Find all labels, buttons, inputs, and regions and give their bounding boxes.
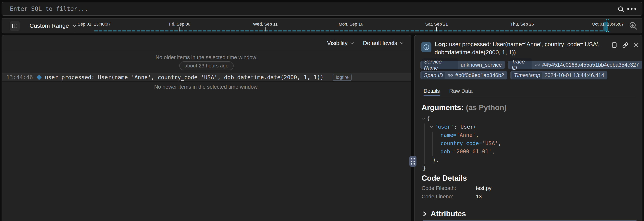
link-icon [448, 73, 453, 78]
no-older-items-text: No older items in the selected time wind… [2, 54, 411, 61]
split-view-icon[interactable] [611, 42, 618, 48]
panel-resize-handle[interactable] [410, 156, 416, 167]
sql-filter-field[interactable] [2, 2, 642, 16]
timeline-track[interactable]: Sep 01, 13:40:07 Fri, Sep 06 Wed, Sep 11… [2, 18, 642, 33]
badge-value: 2024-10-01 13:44:46.414 [544, 72, 604, 78]
visibility-dropdown[interactable]: Visibility [327, 40, 354, 46]
tick-label: Fri, Sep 06 [169, 22, 190, 27]
log-title-text: user processed: User(name='Anne', countr… [434, 41, 600, 55]
tree-chevron-icon[interactable] [430, 125, 434, 129]
default-levels-dropdown[interactable]: Default levels [363, 40, 404, 46]
timeline-panel: Custom Range Sep 01, 13:40:07 Fri, Sep 0… [2, 18, 642, 33]
tick-label: Mon, Sep 16 [339, 22, 363, 27]
no-newer-items-text: No newer items in the selected time wind… [2, 84, 411, 90]
arguments-code-tree: { 'user':User( name='Anne', country_code… [422, 114, 501, 172]
default-levels-label: Default levels [363, 40, 397, 46]
search-icon[interactable] [617, 5, 625, 13]
code-line: { [422, 114, 501, 123]
close-icon[interactable] [633, 42, 640, 48]
chevron-down-icon [400, 41, 404, 45]
code-filepath-label: Code Filepath: [422, 185, 474, 191]
badge-value: unknown_service [461, 62, 502, 68]
tick-label: Wed, Sep 11 [253, 22, 278, 27]
badge-label: Service Name [422, 58, 458, 71]
timeline-histogram[interactable] [94, 30, 604, 31]
tab-raw-data[interactable]: Raw Data [449, 88, 473, 96]
code-token: '2000-01-01' [453, 148, 492, 156]
detail-tabs: Details Raw Data [421, 88, 636, 96]
chevron-down-icon [350, 41, 354, 45]
badge-label: Trace ID [510, 58, 532, 71]
attributes-heading: Attributes [431, 210, 466, 218]
attributes-section-toggle[interactable]: Attributes [422, 210, 466, 218]
code-filepath-value: test.py [476, 185, 492, 191]
timestamp-badge[interactable]: Timestamp 2024-10-01 13:44:46.414 [510, 71, 608, 79]
code-token: , [498, 139, 501, 148]
code-line: name='Anne', [422, 131, 501, 139]
service-name-badge[interactable]: Service Name unknown_service [420, 61, 505, 69]
info-icon [421, 42, 432, 52]
link-icon[interactable] [622, 42, 629, 48]
zoom-in-icon[interactable] [629, 21, 638, 30]
visibility-label: Visibility [327, 40, 348, 46]
badge-value: #454514c0168a455a51bb4ceba354c327 [542, 62, 639, 68]
arguments-subtitle: (as Python) [466, 103, 506, 112]
code-token: country_code= [440, 139, 482, 148]
log-list-header: Visibility Default levels [2, 35, 411, 51]
log-row-tag[interactable]: logfire [333, 74, 352, 81]
log-row-message: user processed: User(name='Anne', countr… [45, 74, 324, 81]
log-detail-panel: Log: user processed: User(name='Anne', c… [414, 35, 642, 221]
code-filepath-row: Code Filepath: test.py [422, 185, 492, 191]
log-title-label: Log: [434, 41, 448, 47]
code-token: dob= [440, 148, 453, 156]
tick-label: Sat, Sep 21 [425, 22, 448, 27]
code-token: } [423, 164, 426, 172]
tab-details[interactable]: Details [424, 88, 440, 96]
arguments-title: Arguments: [422, 103, 464, 112]
tick-label: Oct 01, 13:45:07 [592, 22, 624, 27]
code-line: 'user':User( [422, 123, 501, 131]
link-icon [534, 62, 540, 68]
log-row-time: 13:44:46 [6, 74, 33, 81]
log-detail-title: Log: user processed: User(name='Anne', c… [434, 40, 612, 56]
code-line: country_code='USA', [422, 139, 501, 148]
code-token: 'Anne' [456, 131, 476, 139]
badge-label: Span ID [422, 72, 445, 79]
chevron-right-icon [422, 211, 428, 217]
code-token: : [454, 123, 457, 131]
tick-label: Thu, Sep 26 [510, 22, 534, 27]
time-ago-badge: about 23 hours ago [179, 61, 234, 70]
diamond-level-icon [36, 75, 42, 80]
code-details-heading: Code Details [422, 174, 467, 183]
trace-id-badge[interactable]: Trace ID #454514c0168a455a51bb4ceba354c3… [508, 61, 642, 69]
code-token: { [427, 114, 430, 123]
log-row[interactable]: 13:44:46 user processed: User(name='Anne… [2, 73, 411, 82]
code-lineno-row: Code Lineno: 13 [422, 194, 482, 200]
tree-chevron-icon[interactable] [422, 117, 426, 121]
code-token: name= [440, 131, 456, 139]
span-id-badge[interactable]: Span ID #b0f0d9ed1ab346b2 [420, 71, 507, 79]
arguments-heading: Arguments:(as Python) [422, 103, 506, 112]
more-options-icon[interactable] [627, 8, 636, 10]
badge-row: Span ID #b0f0d9ed1ab346b2 Timestamp 2024… [420, 71, 608, 79]
sql-filter-input[interactable] [2, 2, 642, 15]
badge-label: Timestamp [512, 72, 542, 79]
code-line: } [422, 164, 501, 172]
code-token: ), [432, 156, 439, 164]
badge-value: #b0f0d9ed1ab346b2 [456, 72, 504, 78]
code-token: User( [460, 123, 476, 131]
sql-filter-bar [0, 0, 644, 17]
code-lineno-value: 13 [476, 194, 482, 200]
log-list-panel: Visibility Default levels No older items… [2, 35, 411, 221]
detail-header-actions [611, 42, 640, 48]
code-lineno-label: Code Lineno: [422, 194, 474, 200]
tick-label: Sep 01, 13:40:07 [78, 22, 110, 27]
code-token: 'user' [434, 123, 454, 131]
code-token: , [492, 148, 495, 156]
badge-row: Service Name unknown_service Trace ID #4… [420, 61, 642, 69]
code-token: 'USA' [482, 139, 498, 148]
code-line: ), [422, 156, 501, 164]
code-line: dob='2000-01-01', [422, 148, 501, 156]
code-token: , [476, 131, 479, 139]
divider [423, 220, 636, 221]
